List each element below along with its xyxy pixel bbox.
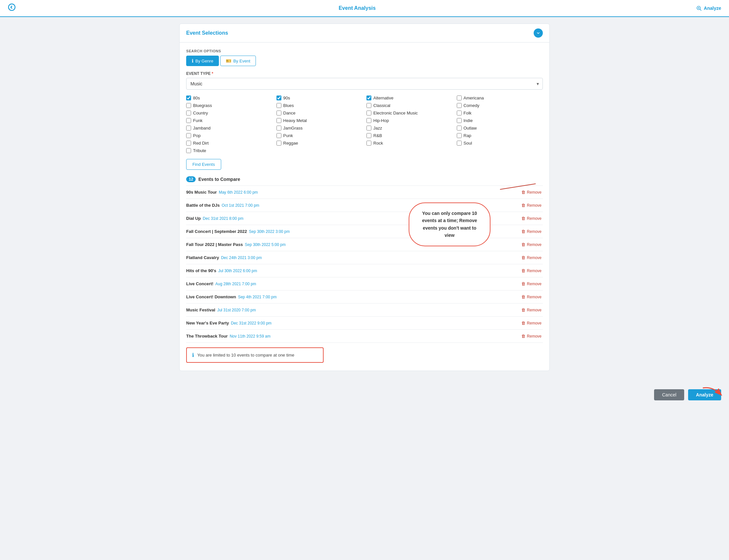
remove-event-button[interactable]: 🗑 Remove bbox=[520, 215, 543, 221]
genre-jamgrass[interactable]: JamGrass bbox=[276, 126, 363, 131]
remove-event-button[interactable]: 🗑 Remove bbox=[520, 202, 543, 208]
checkbox-soul[interactable] bbox=[457, 141, 462, 146]
genre-alternative[interactable]: Alternative bbox=[366, 96, 453, 100]
checkbox-indie[interactable] bbox=[457, 118, 462, 123]
genre-rnb[interactable]: R&B bbox=[366, 133, 453, 138]
checkbox-funk[interactable] bbox=[186, 118, 191, 123]
genre-indie[interactable]: Indie bbox=[457, 118, 543, 123]
genre-tribute[interactable]: Tribute bbox=[186, 148, 273, 153]
trash-icon: 🗑 bbox=[521, 216, 525, 221]
genre-edm[interactable]: Electronic Dance Music bbox=[366, 111, 453, 115]
back-button[interactable] bbox=[8, 3, 18, 13]
remove-event-button[interactable]: 🗑 Remove bbox=[520, 294, 543, 300]
event-name: Battle of the DJs bbox=[186, 203, 220, 208]
checkbox-rap[interactable] bbox=[457, 133, 462, 138]
event-type-label: EVENT TYPE * bbox=[186, 71, 543, 76]
genre-rap[interactable]: Rap bbox=[457, 133, 543, 138]
checkbox-dance[interactable] bbox=[276, 111, 281, 115]
checkbox-80s[interactable] bbox=[186, 96, 191, 100]
remove-event-button[interactable]: 🗑 Remove bbox=[520, 320, 543, 326]
event-type-select[interactable]: Music Sports Theater Comedy bbox=[186, 78, 543, 90]
checkbox-jamgrass[interactable] bbox=[276, 126, 281, 131]
collapse-button[interactable] bbox=[534, 28, 543, 38]
event-row-info: Live Concert! Aug 28th 2021 7:00 pm bbox=[186, 281, 520, 286]
genre-dance[interactable]: Dance bbox=[276, 111, 363, 115]
genre-outlaw[interactable]: Outlaw bbox=[457, 126, 543, 131]
remove-event-button[interactable]: 🗑 Remove bbox=[520, 333, 543, 339]
card-body: SEARCH OPTIONS ℹ By Genre 🎫 By Event EVE… bbox=[180, 43, 549, 371]
remove-event-button[interactable]: 🗑 Remove bbox=[520, 254, 543, 261]
checkbox-heavy-metal[interactable] bbox=[276, 118, 281, 123]
genre-rock[interactable]: Rock bbox=[366, 141, 453, 146]
genre-hiphop[interactable]: Hip-Hop bbox=[366, 118, 453, 123]
event-row-info: Live Concert! Downtown Sep 4th 2021 7:00… bbox=[186, 294, 520, 299]
cancel-button[interactable]: Cancel bbox=[654, 389, 684, 400]
checkbox-tribute[interactable] bbox=[186, 148, 191, 153]
remove-event-button[interactable]: 🗑 Remove bbox=[520, 241, 543, 248]
genre-jazz[interactable]: Jazz bbox=[366, 126, 453, 131]
genre-soul[interactable]: Soul bbox=[457, 141, 543, 146]
remove-event-button[interactable]: 🗑 Remove bbox=[520, 281, 543, 287]
checkbox-alternative[interactable] bbox=[366, 96, 371, 100]
checkbox-outlaw[interactable] bbox=[457, 126, 462, 131]
genre-punk[interactable]: Punk bbox=[276, 133, 363, 138]
checkbox-punk[interactable] bbox=[276, 133, 281, 138]
remove-event-button[interactable]: 🗑 Remove bbox=[520, 307, 543, 313]
checkbox-jamband[interactable] bbox=[186, 126, 191, 131]
genre-heavy-metal[interactable]: Heavy Metal bbox=[276, 118, 363, 123]
tab-by-event-label: By Event bbox=[233, 59, 250, 63]
checkbox-rock[interactable] bbox=[366, 141, 371, 146]
checkbox-country[interactable] bbox=[186, 111, 191, 115]
event-name: Live Concert! Downtown bbox=[186, 294, 236, 299]
find-events-button[interactable]: Find Events bbox=[186, 159, 221, 170]
event-row: Music Festival Jul 31st 2020 7:00 pm 🗑 R… bbox=[186, 304, 543, 317]
checkbox-folk[interactable] bbox=[457, 111, 462, 115]
genre-funk[interactable]: Funk bbox=[186, 118, 273, 123]
trash-icon: 🗑 bbox=[521, 294, 525, 299]
top-analyze-button[interactable]: Analyze bbox=[696, 5, 721, 11]
checkbox-classical[interactable] bbox=[366, 103, 371, 108]
event-date: Sep 30th 2022 5:00 pm bbox=[245, 242, 286, 247]
trash-icon: 🗑 bbox=[521, 321, 525, 325]
search-options-label: SEARCH OPTIONS bbox=[186, 49, 543, 53]
genre-red-dirt[interactable]: Red Dirt bbox=[186, 141, 273, 146]
trash-icon: 🗑 bbox=[521, 255, 525, 260]
remove-event-button[interactable]: 🗑 Remove bbox=[520, 189, 543, 195]
remove-label: Remove bbox=[527, 242, 542, 247]
events-compare-section: 12 Events to Compare You can only compar… bbox=[186, 176, 543, 363]
genre-pop[interactable]: Pop bbox=[186, 133, 273, 138]
checkbox-rnb[interactable] bbox=[366, 133, 371, 138]
genre-reggae[interactable]: Reggae bbox=[276, 141, 363, 146]
genre-classical[interactable]: Classical bbox=[366, 103, 453, 108]
genre-country[interactable]: Country bbox=[186, 111, 273, 115]
checkbox-jazz[interactable] bbox=[366, 126, 371, 131]
checkbox-reggae[interactable] bbox=[276, 141, 281, 146]
genre-90s[interactable]: 90s bbox=[276, 96, 363, 100]
tab-by-genre[interactable]: ℹ By Genre bbox=[186, 56, 219, 66]
event-row-info: New Year's Eve Party Dec 31st 2022 9:00 … bbox=[186, 321, 520, 325]
genre-americana[interactable]: Americana bbox=[457, 96, 543, 100]
checkbox-red-dirt[interactable] bbox=[186, 141, 191, 146]
checkbox-hiphop[interactable] bbox=[366, 118, 371, 123]
remove-label: Remove bbox=[527, 308, 542, 312]
checkbox-pop[interactable] bbox=[186, 133, 191, 138]
checkbox-bluegrass[interactable] bbox=[186, 103, 191, 108]
genre-icon: ℹ bbox=[192, 58, 193, 63]
checkbox-americana[interactable] bbox=[457, 96, 462, 100]
remove-event-button[interactable]: 🗑 Remove bbox=[520, 228, 543, 235]
genre-bluegrass[interactable]: Bluegrass bbox=[186, 103, 273, 108]
checkbox-edm[interactable] bbox=[366, 111, 371, 115]
genre-comedy[interactable]: Comedy bbox=[457, 103, 543, 108]
genre-blues[interactable]: Blues bbox=[276, 103, 363, 108]
checkbox-90s[interactable] bbox=[276, 96, 281, 100]
genre-80s[interactable]: 80s bbox=[186, 96, 273, 100]
event-row: Dial Up Dec 31st 2021 8:00 pm 🗑 Remove bbox=[186, 212, 543, 225]
tab-by-event[interactable]: 🎫 By Event bbox=[220, 56, 256, 66]
analyze-button[interactable]: Analyze bbox=[688, 389, 721, 400]
genre-folk[interactable]: Folk bbox=[457, 111, 543, 115]
remove-event-button[interactable]: 🗑 Remove bbox=[520, 268, 543, 274]
genre-jamband[interactable]: Jamband bbox=[186, 126, 273, 131]
checkbox-comedy[interactable] bbox=[457, 103, 462, 108]
checkbox-blues[interactable] bbox=[276, 103, 281, 108]
trash-icon: 🗑 bbox=[521, 334, 525, 339]
